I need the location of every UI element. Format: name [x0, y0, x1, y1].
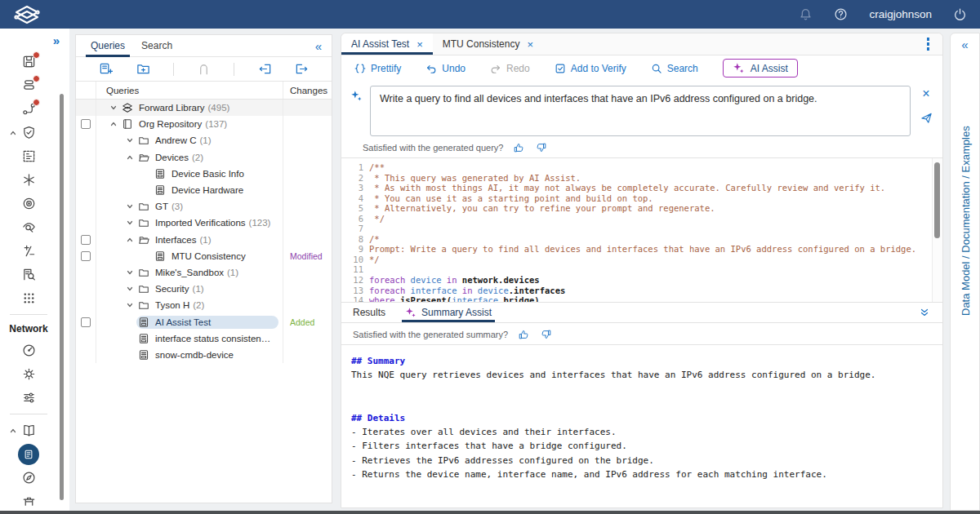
tree-row[interactable]: GT(3) [76, 198, 332, 215]
editor-tab-mtu-consistency[interactable]: MTU Consistency × [433, 33, 543, 55]
rail-nqe-icon[interactable] [0, 442, 57, 466]
tree-row[interactable]: Security(1) [76, 281, 332, 297]
rail-health-icon[interactable] [0, 362, 57, 386]
tree-row[interactable]: Tyson H(2) [76, 297, 332, 313]
send-icon[interactable] [920, 112, 933, 124]
rail-snapshots-icon[interactable] [0, 50, 57, 73]
add-to-verify-button[interactable]: Add to Verify [555, 63, 626, 74]
row-checkbox[interactable] [81, 235, 91, 245]
prettify-button[interactable]: Prettify [354, 63, 401, 74]
rail-paths-icon[interactable] [0, 97, 57, 121]
docs-panel-label[interactable]: Data Model / Documentation / Examples [959, 71, 971, 316]
search-button[interactable]: Search [651, 63, 698, 74]
tree-row[interactable]: Imported Verifications(123) [76, 215, 332, 231]
diff-icon [22, 244, 36, 258]
thumbs-up-icon[interactable] [513, 142, 524, 153]
chevron-down-icon[interactable] [123, 268, 136, 277]
rail-divider [10, 414, 47, 414]
ai-prompt-input[interactable]: Write a query to find all devices and in… [370, 86, 911, 136]
forward-networks-logo[interactable] [13, 5, 41, 24]
help-icon[interactable] [834, 7, 848, 21]
chevron-down-icon[interactable] [123, 301, 136, 309]
tree-row[interactable]: Device Basic Info [76, 166, 332, 182]
tree-row[interactable]: Andrew C(1) [76, 132, 332, 148]
chevron-down-icon[interactable] [123, 285, 136, 293]
row-checkbox[interactable] [81, 119, 91, 129]
chevron-down-icon[interactable] [123, 136, 136, 144]
rail-scrollbar[interactable] [60, 94, 64, 500]
tree-row[interactable]: Mike's_Sandbox(1) [76, 264, 332, 281]
tree-row[interactable]: Devices(2) [76, 149, 332, 166]
rail-collections-icon[interactable] [0, 73, 57, 97]
rail-checks-icon[interactable] [0, 121, 57, 144]
tab-results[interactable]: Results [350, 303, 389, 322]
rail-diff-icon[interactable] [0, 239, 57, 263]
export-icon[interactable] [295, 62, 309, 76]
rail-blueprint-icon[interactable] [0, 144, 57, 168]
rail-dashboard-icon[interactable] [0, 339, 57, 362]
line-number: 1 [341, 162, 369, 173]
rail-apps-grid-icon[interactable] [0, 286, 57, 310]
tree-row[interactable]: MTU ConsistencyModified [76, 248, 332, 264]
import-icon[interactable] [258, 62, 272, 76]
new-folder-icon[interactable] [136, 62, 150, 76]
close-icon[interactable]: × [527, 39, 533, 50]
rail-expand-icon[interactable]: » [53, 33, 60, 47]
chevron-up-icon[interactable] [9, 427, 17, 435]
new-query-icon[interactable] [99, 62, 113, 76]
line-number: 5 [341, 203, 369, 214]
collapse-results-icon[interactable] [920, 303, 934, 322]
kebab-menu-icon[interactable] [914, 33, 943, 55]
thumbs-down-icon[interactable] [536, 142, 547, 153]
editor-tab-ai-assist-test[interactable]: AI Assist Test × [341, 33, 433, 55]
ai-assist-button[interactable]: AI Assist [723, 59, 798, 78]
chevron-up-icon[interactable] [123, 236, 136, 244]
rail-target-icon[interactable] [0, 192, 57, 215]
rail-inspect-icon[interactable] [0, 215, 57, 239]
rail-settings-sliders-icon[interactable] [0, 386, 57, 410]
icon-rail-items: Network [0, 50, 57, 513]
panel-collapse-icon[interactable]: « [315, 35, 325, 56]
tree-row[interactable]: AI Assist TestAdded [76, 313, 332, 330]
thumbs-up-icon[interactable] [518, 329, 529, 340]
row-checkbox[interactable] [81, 317, 91, 327]
undo-button[interactable]: Undo [425, 63, 466, 74]
rail-data-model-icon[interactable] [0, 419, 57, 442]
summary-content: ## SummaryThis NQE query retrieves devic… [341, 345, 942, 507]
tree-row[interactable]: Device Hardware [76, 182, 332, 198]
chevron-down-icon[interactable] [123, 219, 136, 227]
close-icon[interactable]: × [416, 39, 423, 50]
tab-search[interactable]: Search [141, 35, 172, 56]
chevron-down-icon[interactable] [107, 104, 120, 112]
rail-workbench-icon[interactable] [0, 490, 57, 513]
power-icon[interactable] [953, 7, 967, 21]
chevron-up-icon[interactable] [9, 129, 17, 137]
tree-row[interactable]: Org Repository(137) [76, 116, 332, 132]
rail-annotate-icon[interactable] [0, 466, 57, 490]
tree-item-count: (1) [200, 235, 212, 245]
code-scrollbar-track[interactable] [932, 158, 942, 302]
close-prompt-icon[interactable]: × [922, 87, 929, 100]
chevron-down-icon[interactable] [123, 202, 136, 210]
tree-row[interactable]: interface status consisten… [76, 330, 332, 347]
chevron-up-icon[interactable] [123, 153, 136, 162]
tree-row[interactable]: Interfaces(1) [76, 232, 332, 248]
rail-doc-search-icon[interactable] [0, 263, 57, 286]
username[interactable]: craigjohnson [869, 8, 932, 20]
redo-button[interactable]: Redo [490, 63, 530, 74]
tree-row[interactable]: Forward Library(495) [76, 100, 332, 116]
bell-icon[interactable] [799, 7, 813, 21]
panel-collapse-icon[interactable]: « [951, 38, 979, 51]
row-checkbox-cell [76, 116, 96, 132]
thumbs-down-icon[interactable] [541, 329, 552, 340]
code-scrollbar-thumb[interactable] [934, 162, 940, 238]
row-checkbox[interactable] [81, 251, 91, 261]
chevron-up-icon[interactable] [107, 120, 120, 128]
window-bottom-edge [0, 511, 980, 514]
row-checkbox-cell [76, 264, 96, 281]
tab-queries[interactable]: Queries [91, 35, 125, 56]
tree-row[interactable]: snow-cmdb-device [76, 347, 332, 363]
tab-summary-assist[interactable]: Summary Assist [402, 303, 495, 322]
code-editor[interactable]: 1/**2 * This query was generated by AI A… [341, 157, 942, 302]
rail-snowflake-icon[interactable] [0, 168, 57, 192]
